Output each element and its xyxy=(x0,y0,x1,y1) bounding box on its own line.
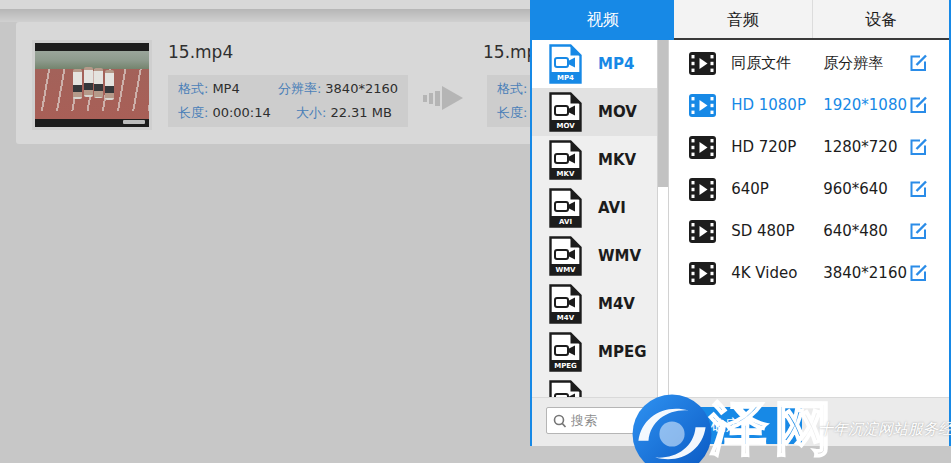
resolution-value: 1920*1080 xyxy=(823,96,907,114)
svg-text:MP4: MP4 xyxy=(557,74,574,82)
format-item[interactable]: AVI AVI xyxy=(532,184,657,232)
resolution-name: HD 1080P xyxy=(731,96,823,114)
file-type-icon: AVI xyxy=(548,188,582,228)
format-dropdown-panel: 视频 音频 设备 MP4 MP4 xyxy=(530,0,951,446)
size-label: 大小: xyxy=(296,105,326,120)
panel-bottom-bar: 确定 xyxy=(532,397,949,446)
filmstrip-icon xyxy=(689,52,716,75)
format-item[interactable]: MOV MOV xyxy=(532,88,657,136)
duration-label: 长度: xyxy=(178,105,208,120)
filmstrip-icon xyxy=(689,94,716,117)
convert-arrow-icon xyxy=(423,84,465,116)
format-item[interactable]: MPEG MPEG xyxy=(532,328,657,376)
resolution-row[interactable]: HD 720P 1280*720 xyxy=(669,126,949,168)
svg-text:WMV: WMV xyxy=(555,266,576,274)
format-item-label: WMV xyxy=(598,247,641,265)
size-value: 22.31 MB xyxy=(330,105,391,120)
svg-text:MOV: MOV xyxy=(556,122,575,130)
search-box[interactable] xyxy=(546,407,658,434)
edit-icon[interactable] xyxy=(907,262,929,284)
resolution-value: 原分辨率 xyxy=(823,54,907,73)
format-item[interactable]: M4V M4V xyxy=(532,280,657,328)
format-tabbar: 视频 音频 设备 xyxy=(532,0,949,40)
resolution-name: SD 480P xyxy=(731,222,823,240)
filmstrip-icon xyxy=(689,262,716,285)
duration-value: 00:00:14 xyxy=(212,105,270,120)
confirm-button[interactable]: 确定 xyxy=(650,407,802,444)
file-type-icon: MPEG xyxy=(548,332,582,372)
edit-icon[interactable] xyxy=(907,178,929,200)
resolution-row[interactable]: 4K Video 3840*2160 xyxy=(669,252,949,294)
search-icon xyxy=(547,413,571,429)
source-file-title: 15.mp4 xyxy=(168,42,233,62)
filmstrip-icon xyxy=(689,178,716,201)
tab-video[interactable]: 视频 xyxy=(532,0,674,40)
format-item-label: AVI xyxy=(598,199,626,217)
file-type-icon xyxy=(548,380,582,397)
video-thumbnail xyxy=(32,40,152,130)
edit-icon[interactable] xyxy=(907,52,929,74)
format-item[interactable]: WMV WMV xyxy=(532,232,657,280)
search-input[interactable] xyxy=(571,413,651,428)
format-item[interactable] xyxy=(532,376,657,397)
resolution-row[interactable]: SD 480P 640*480 xyxy=(669,210,949,252)
file-type-icon: WMV xyxy=(548,236,582,276)
file-type-icon: M4V xyxy=(548,284,582,324)
filmstrip-icon xyxy=(689,220,716,243)
format-label: 格式: xyxy=(178,81,208,96)
format-item-label: MPEG xyxy=(598,343,646,361)
resolution-name: 640P xyxy=(731,180,823,198)
format-item[interactable]: MP4 MP4 xyxy=(532,40,657,88)
format-item-label: MP4 xyxy=(598,55,634,73)
resolution-value: 640*480 xyxy=(823,222,907,240)
resolution-name: 同原文件 xyxy=(731,54,823,73)
resolution-value: 960*640 xyxy=(823,180,907,198)
file-type-icon: MP4 xyxy=(548,44,582,84)
resolution-name: HD 720P xyxy=(731,138,823,156)
format-label: 格式: xyxy=(497,81,527,96)
thumbnail-watermark xyxy=(123,120,145,124)
resolution-value: 3840*2160 xyxy=(823,264,907,282)
duration-label: 长度: xyxy=(497,105,527,120)
format-list-scrollbar[interactable] xyxy=(657,40,669,397)
filmstrip-icon xyxy=(689,136,716,159)
svg-text:AVI: AVI xyxy=(559,218,572,226)
resolution-name: 4K Video xyxy=(731,264,823,282)
resolution-row[interactable]: HD 1080P 1920*1080 xyxy=(669,84,949,126)
resolution-label: 分辨率: xyxy=(278,81,321,96)
format-item-label: MOV xyxy=(598,103,637,121)
edit-icon[interactable] xyxy=(907,94,929,116)
format-item[interactable]: MKV MKV xyxy=(532,136,657,184)
format-value: MP4 xyxy=(212,81,239,96)
resolution-value: 3840*2160 xyxy=(325,81,398,96)
svg-text:MKV: MKV xyxy=(557,170,575,178)
scrollbar-thumb[interactable] xyxy=(658,40,668,187)
edit-icon[interactable] xyxy=(907,220,929,242)
tab-audio[interactable]: 音频 xyxy=(674,0,812,40)
format-item-label: M4V xyxy=(598,295,635,313)
resolution-row[interactable]: 同原文件 原分辨率 xyxy=(669,42,949,84)
source-info-box: 格式:MP4 分辨率:3840*2160 长度:00:00:14 大小:22.3… xyxy=(168,75,408,127)
file-type-icon: MOV xyxy=(548,92,582,132)
file-type-icon: MKV xyxy=(548,140,582,180)
format-list: MP4 MP4 MOV MOV xyxy=(532,40,657,397)
resolution-row[interactable]: 640P 960*640 xyxy=(669,168,949,210)
svg-text:M4V: M4V xyxy=(557,314,575,322)
svg-text:MPEG: MPEG xyxy=(554,362,577,370)
format-item-label: MKV xyxy=(598,151,636,169)
edit-icon[interactable] xyxy=(907,136,929,158)
resolution-value: 1280*720 xyxy=(823,138,907,156)
tab-device[interactable]: 设备 xyxy=(812,0,949,40)
resolution-list: 同原文件 原分辨率 xyxy=(669,40,949,397)
